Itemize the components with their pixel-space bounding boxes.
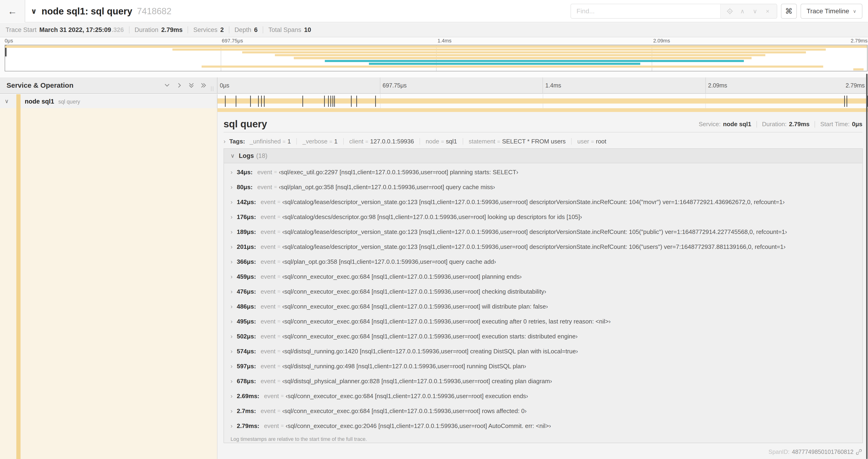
log-entry-row[interactable]: ›34μs:event=‹sql/exec_util.go:2297 [nsql… <box>224 165 862 179</box>
keyboard-shortcuts-button[interactable]: ⌘ <box>781 4 797 19</box>
log-entry-row[interactable]: ›201μs:event=‹sql/catalog/lease/descript… <box>224 239 862 254</box>
timeline-tick-label: 0μs <box>220 82 229 89</box>
log-marker-tick[interactable] <box>236 96 236 107</box>
log-marker-tick[interactable] <box>844 96 845 107</box>
chevron-right-icon: › <box>230 214 232 221</box>
log-marker-tick[interactable] <box>331 96 331 107</box>
log-entry-row[interactable]: ›574μs:event=‹sql/distsql_running.go:142… <box>224 344 862 359</box>
log-entry-row[interactable]: ›502μs:event=‹sql/conn_executor_exec.go:… <box>224 329 862 344</box>
detail-meta-value: 0μs <box>852 121 862 128</box>
log-entry-row[interactable]: ›459μs:event=‹sql/conn_executor_exec.go:… <box>224 269 862 284</box>
span-duration-bar[interactable] <box>217 98 868 104</box>
log-marker-tick[interactable] <box>258 96 259 107</box>
summary-separator <box>229 26 229 33</box>
back-button[interactable]: ← <box>0 0 25 22</box>
tags-label: Tags: <box>229 138 245 145</box>
log-entry-row[interactable]: ›486μs:event=‹sql/conn_executor_exec.go:… <box>224 299 862 314</box>
detail-span-bar[interactable] <box>217 108 868 112</box>
equals-sign: = <box>277 378 280 384</box>
chevron-right-icon: › <box>223 138 226 145</box>
minimap-span-row <box>5 60 867 62</box>
detail-meta-label: Duration: <box>762 121 787 128</box>
equals-sign: = <box>329 139 332 145</box>
tag-separator <box>420 138 420 144</box>
clear-find-icon[interactable]: × <box>762 8 774 15</box>
span-row-name-cell[interactable]: ∨ node sql1 sql query <box>0 94 217 108</box>
summary-value: 6 <box>254 26 257 34</box>
log-marker-tick[interactable] <box>333 96 333 107</box>
log-marker-tick[interactable] <box>328 96 329 107</box>
prev-result-icon[interactable]: ∧ <box>736 8 749 15</box>
log-field-key: event <box>260 363 276 370</box>
log-marker-tick[interactable] <box>302 96 303 107</box>
collapse-all-icon[interactable] <box>188 82 195 89</box>
log-entry-row[interactable]: ›2.7ms:event=‹sql/conn_executor_exec.go:… <box>224 403 862 418</box>
tag-key: statement <box>469 138 495 145</box>
minimap-span-bar <box>173 48 826 51</box>
log-field-value: ‹sql/conn_executor_exec.go:2046 [nsql1,c… <box>286 422 551 430</box>
trace-title: node sql1: sql query <box>41 6 132 17</box>
log-marker-tick[interactable] <box>356 96 357 107</box>
log-entry-row[interactable]: ›495μs:event=‹sql/conn_executor_exec.go:… <box>224 314 862 329</box>
deep-link-icon[interactable] <box>856 449 862 455</box>
expand-all-icon[interactable] <box>200 82 207 89</box>
log-marker-tick[interactable] <box>334 96 335 107</box>
log-timestamp: 201μs: <box>237 243 256 251</box>
minimap-span-row <box>5 62 867 65</box>
tag-value: root <box>596 138 607 145</box>
trace-timeline-page: ← ∨ node sql1: sql query 7418682 ∧ ∨ × ⌘ <box>0 0 868 459</box>
log-field-value: ‹sql/conn_executor_exec.go:684 [nsql1,cl… <box>282 303 548 310</box>
trace-title-group: ∨ node sql1: sql query 7418682 <box>31 0 172 22</box>
vertical-scrollbar[interactable] <box>866 74 868 459</box>
log-entry-row[interactable]: ›678μs:event=‹sql/distsql_physical_plann… <box>224 374 862 389</box>
equals-sign: = <box>277 303 280 309</box>
log-entry-row[interactable]: ›176μs:event=‹sql/catalog/descs/descript… <box>224 209 862 224</box>
locate-icon[interactable] <box>723 8 736 14</box>
log-marker-tick[interactable] <box>375 96 376 107</box>
log-field-key: event <box>260 333 276 340</box>
equals-sign: = <box>281 393 284 399</box>
log-marker-tick[interactable] <box>250 96 251 107</box>
log-marker-tick[interactable] <box>351 96 352 107</box>
log-entry-row[interactable]: ›189μs:event=‹sql/catalog/lease/descript… <box>224 224 862 239</box>
log-field-value: ‹sql/conn_executor_exec.go:684 [nsql1,cl… <box>282 288 547 295</box>
log-entry-row[interactable]: ›80μs:event=‹sql/plan_opt.go:358 [nsql1,… <box>224 179 862 195</box>
log-marker-tick[interactable] <box>846 96 847 107</box>
log-entry-row[interactable]: ›366μs:event=‹sql/plan_opt.go:358 [nsql1… <box>224 254 862 269</box>
view-selector-button[interactable]: Trace Timeline ∨ <box>801 4 862 19</box>
span-row-timeline-cell[interactable] <box>217 94 868 108</box>
collapse-one-icon[interactable] <box>164 82 170 89</box>
log-marker-tick[interactable] <box>264 96 265 107</box>
logs-accordion: ∨ Logs (18) ›34μs:event=‹sql/exec_util.g… <box>223 148 863 443</box>
timeline-tick-column: 0μs <box>217 77 380 93</box>
logs-accordion-header[interactable]: ∨ Logs (18) <box>224 149 862 163</box>
log-entry-row[interactable]: ›2.79ms:event=‹sql/conn_executor_exec.go… <box>224 418 862 433</box>
log-field-key: event <box>260 273 276 280</box>
collapse-controls <box>164 77 207 93</box>
minimap-canvas[interactable] <box>5 45 868 71</box>
log-entry-row[interactable]: ›2.69ms:event=‹sql/conn_executor_exec.go… <box>224 389 862 403</box>
tags-accordion-header[interactable]: › Tags: _unfinished=1_verbose=1client=12… <box>223 135 862 147</box>
minimap-span-bar <box>5 45 867 47</box>
log-marker-tick[interactable] <box>324 96 325 107</box>
log-marker-tick[interactable] <box>261 96 262 107</box>
log-marker-tick[interactable] <box>225 96 226 107</box>
timeline-tick-column: 2.09ms <box>705 77 868 93</box>
find-input[interactable] <box>571 4 720 18</box>
log-entry-row[interactable]: ›476μs:event=‹sql/conn_executor_exec.go:… <box>224 284 862 299</box>
minimap-tick-labels: 0μs697.75μs1.4ms2.09ms2.79ms <box>5 37 868 45</box>
log-field-value: ‹sql/conn_executor_exec.go:684 [nsql1,cl… <box>282 407 527 415</box>
equals-sign: = <box>277 363 280 369</box>
log-entry-row[interactable]: ›597μs:event=‹sql/distsql_running.go:498… <box>224 359 862 374</box>
collapse-trace-icon[interactable]: ∨ <box>31 7 37 15</box>
summary-separator <box>129 26 129 33</box>
log-field-value: ‹sql/distsql_physical_planner.go:828 [ns… <box>282 378 552 385</box>
log-entry-row[interactable]: ›142μs:event=‹sql/catalog/lease/descript… <box>224 195 862 209</box>
detail-meta-label: Service: <box>699 121 721 128</box>
minimap-tick-label: 697.75μs <box>222 38 243 44</box>
column-resizer-handle[interactable]: || <box>211 85 214 91</box>
next-result-icon[interactable]: ∨ <box>749 8 762 15</box>
expand-one-icon[interactable] <box>176 82 183 89</box>
view-selector-label: Trace Timeline <box>807 7 849 15</box>
equals-sign: = <box>277 273 280 280</box>
